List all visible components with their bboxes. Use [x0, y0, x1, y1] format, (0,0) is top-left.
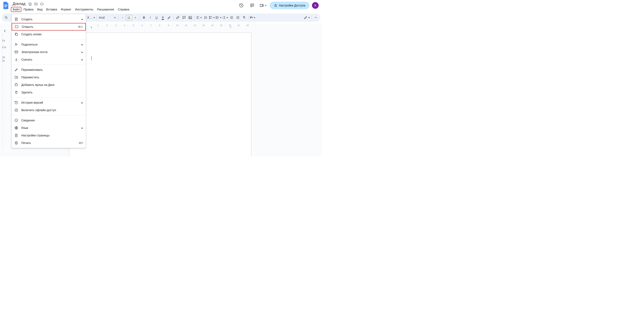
menu-item-добавить-ярлык-на-диск[interactable]: Добавить ярлык на Диск: [12, 81, 86, 89]
fontsize-decrease[interactable]: −: [120, 15, 126, 20]
page-icon: [14, 133, 18, 137]
menu-item-сведения[interactable]: Сведения: [12, 117, 86, 124]
menu-item-включить-офлайн-доступ[interactable]: Включить офлайн-доступ: [12, 106, 86, 114]
menu-формат[interactable]: Формат: [59, 7, 73, 12]
margin-left-indicator[interactable]: ▼: [90, 26, 92, 29]
italic-button[interactable]: I: [148, 15, 153, 20]
chevron-right-icon: ▶: [82, 43, 83, 46]
menu-item-label: Создать: [21, 17, 78, 21]
ruler-tick: 3: [115, 24, 116, 26]
svg-point-10: [216, 16, 216, 17]
menu-инструменты[interactable]: Инструменты: [74, 7, 95, 12]
menu-item-язык[interactable]: Язык▶: [12, 124, 86, 132]
svg-point-12: [216, 18, 216, 18]
bullet-list-button[interactable]: ▼: [215, 15, 222, 20]
line-spacing-button[interactable]: [202, 15, 208, 20]
ruler-tick: 5: [133, 24, 134, 26]
mail-icon: [14, 50, 18, 54]
move-folder-icon[interactable]: [34, 2, 38, 6]
share-button[interactable]: Настройки Доступа: [270, 2, 310, 9]
clear-format-button[interactable]: [241, 15, 247, 20]
svg-rect-8: [209, 16, 210, 17]
document-page[interactable]: [69, 32, 251, 156]
docs-logo[interactable]: [2, 1, 10, 9]
menu-расширения[interactable]: Расширения: [95, 7, 116, 12]
menu-файл[interactable]: Файл: [11, 7, 21, 12]
underline-button[interactable]: U: [154, 15, 160, 20]
lang-icon: [14, 126, 18, 130]
image-button[interactable]: [187, 15, 193, 20]
move-icon: [14, 75, 18, 79]
history-icon[interactable]: [237, 1, 246, 9]
menu-item-открыть[interactable]: Открыть⌘O: [12, 23, 86, 30]
fontsize-input[interactable]: [126, 15, 132, 20]
avatar[interactable]: К: [312, 2, 319, 9]
menu-item-создать[interactable]: Создать▶: [12, 15, 86, 23]
doc-icon: [14, 17, 18, 21]
chevron-right-icon: ▶: [82, 127, 83, 129]
cloud-saved-icon[interactable]: [40, 2, 44, 6]
chevron-down-icon: ▼: [93, 16, 95, 19]
search-icon[interactable]: [3, 15, 9, 20]
meet-icon[interactable]: ▼: [259, 1, 267, 9]
number-list-button[interactable]: 123▼: [222, 15, 228, 20]
indent-increase-button[interactable]: [235, 15, 241, 20]
menu-item-label: Язык: [21, 126, 78, 130]
ruler-tick: 8: [159, 24, 160, 26]
folder-icon: [15, 25, 19, 29]
chevron-down-icon: ▼: [114, 16, 116, 19]
separator: [173, 15, 174, 20]
ruler-tick: 6: [142, 24, 142, 26]
separator: [96, 15, 97, 20]
offline-icon: [14, 108, 18, 112]
menu-separator: [12, 97, 86, 98]
menu-item-поделиться[interactable]: Поделиться▶: [12, 41, 86, 48]
bold-button[interactable]: B: [141, 15, 147, 20]
svg-point-5: [5, 16, 7, 18]
comments-icon[interactable]: [248, 1, 256, 9]
menu-item-label: Создать копию: [21, 32, 83, 36]
input-tools-button[interactable]: РУ▼: [250, 15, 256, 20]
menu-item-скачать[interactable]: Скачать▶: [12, 56, 86, 63]
menu-item-переместить[interactable]: Переместить: [12, 73, 86, 81]
editing-mode-button[interactable]: ▼: [304, 15, 310, 20]
print-icon: [14, 141, 18, 145]
menu-item-печать[interactable]: Печать⌘P: [12, 139, 86, 147]
ruler-tick: 4: [124, 24, 125, 26]
ruler-tick: 12: [194, 24, 196, 26]
star-icon[interactable]: [28, 2, 32, 6]
menu-item-настройки-страницы[interactable]: Настройки страницы: [12, 132, 86, 139]
separator: [140, 15, 140, 20]
menu-справка[interactable]: Справка: [116, 7, 131, 12]
menu-вставка[interactable]: Вставка: [44, 7, 59, 12]
menu-правка[interactable]: Правка: [22, 7, 35, 12]
comment-button[interactable]: [181, 15, 187, 20]
collapse-toolbar-button[interactable]: [313, 15, 319, 20]
separator: [194, 15, 195, 20]
menu-item-label: Печать: [21, 141, 76, 145]
styles-dropdown[interactable]: й …▼: [88, 15, 95, 20]
menu-вид[interactable]: Вид: [36, 7, 44, 12]
svg-text:3: 3: [223, 18, 223, 19]
svg-point-20: [15, 109, 18, 112]
menu-item-история-версий[interactable]: История версий▶: [12, 99, 86, 106]
align-button[interactable]: ▼: [196, 15, 202, 20]
menu-item-label: Сведения: [21, 119, 83, 122]
highlight-button[interactable]: [166, 15, 172, 20]
svg-point-18: [16, 43, 16, 44]
checklist-button[interactable]: ▼: [209, 15, 215, 20]
margin-right-indicator[interactable]: ▽: [230, 26, 232, 29]
menu-item-удалить[interactable]: Удалить: [12, 89, 86, 96]
menu-item-электронная-почта[interactable]: Электронная почта▶: [12, 48, 86, 56]
indent-decrease-button[interactable]: [229, 15, 234, 20]
menu-item-переименовать[interactable]: Переименовать: [12, 66, 86, 73]
font-dropdown[interactable]: Arial▼: [98, 15, 117, 20]
text-color-button[interactable]: A: [160, 15, 166, 20]
menu-item-создать-копию[interactable]: Создать копию: [12, 30, 86, 38]
link-button[interactable]: [175, 15, 181, 20]
svg-rect-2: [4, 7, 6, 7]
outline-back-icon[interactable]: [1, 27, 9, 35]
doc-title[interactable]: Доклад: [12, 1, 26, 6]
drive-icon: [14, 83, 18, 87]
fontsize-increase[interactable]: +: [132, 15, 138, 20]
